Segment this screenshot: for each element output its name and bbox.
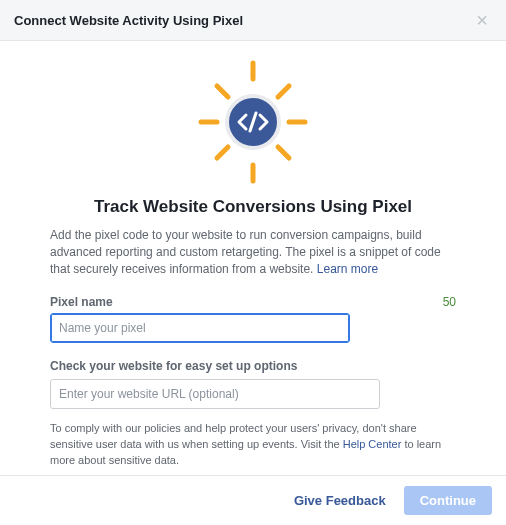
svg-line-5 <box>278 147 289 158</box>
website-url-label: Check your website for easy set up optio… <box>50 359 456 373</box>
close-icon: × <box>476 9 488 31</box>
char-counter: 50 <box>443 295 456 309</box>
section-heading: Track Website Conversions Using Pixel <box>50 197 456 217</box>
svg-line-6 <box>278 86 289 97</box>
pixel-name-label: Pixel name <box>50 295 113 309</box>
pixel-hero-illustration <box>50 57 456 187</box>
help-center-link[interactable]: Help Center <box>343 438 402 450</box>
modal-footer: Give Feedback Continue <box>0 475 506 525</box>
svg-line-4 <box>217 86 228 97</box>
pixel-name-input[interactable] <box>50 313 350 343</box>
website-url-input[interactable] <box>50 379 380 409</box>
sun-code-icon <box>183 57 323 187</box>
modal-header: Connect Website Activity Using Pixel × <box>0 0 506 41</box>
policy-note: To comply with our policies and help pro… <box>50 421 456 469</box>
section-description: Add the pixel code to your website to ru… <box>50 227 456 277</box>
modal-title: Connect Website Activity Using Pixel <box>14 13 243 28</box>
close-button[interactable]: × <box>472 10 492 30</box>
continue-button[interactable]: Continue <box>404 486 492 515</box>
svg-line-7 <box>217 147 228 158</box>
modal-body: Track Website Conversions Using Pixel Ad… <box>0 41 506 525</box>
description-text: Add the pixel code to your website to ru… <box>50 228 441 276</box>
learn-more-link[interactable]: Learn more <box>317 262 378 276</box>
pixel-name-label-row: Pixel name 50 <box>50 295 456 309</box>
give-feedback-button[interactable]: Give Feedback <box>290 487 390 514</box>
